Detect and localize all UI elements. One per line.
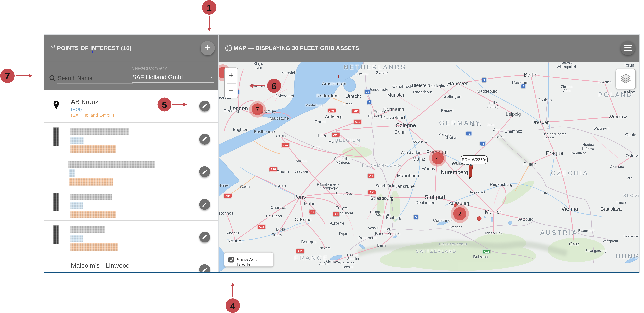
redacted-company	[70, 243, 118, 251]
app: POINTS OF INTEREST (16) + Selected Compa…	[0, 0, 644, 313]
globe-icon	[224, 44, 233, 52]
redacted-company	[70, 211, 116, 218]
hamburger-menu-button[interactable]	[621, 41, 635, 55]
redacted-type	[70, 235, 83, 242]
cursor-artifact	[92, 51, 93, 53]
poi-panel-header: POINTS OF INTEREST (16) +	[44, 35, 219, 62]
svg-text:1: 1	[207, 3, 212, 13]
poi-list-item[interactable]: AB Kreuz(POI)(SAF Holland GmbH)	[44, 90, 219, 123]
redacted-name	[70, 226, 105, 233]
layers-icon	[620, 73, 632, 84]
edit-poi-button[interactable]	[199, 101, 210, 111]
edit-poi-button[interactable]	[199, 264, 210, 272]
annotation-4: 4	[226, 282, 240, 313]
poi-list-item[interactable]	[44, 123, 219, 155]
redacted-type	[69, 169, 75, 177]
poi-type: (POI)	[71, 107, 82, 112]
asset-dot-marker[interactable]	[477, 216, 482, 221]
asset-cluster-count: 4	[432, 152, 444, 164]
poi-panel: POINTS OF INTEREST (16) + Selected Compa…	[44, 35, 219, 272]
redacted-company	[70, 145, 116, 153]
poi-name: Malcolm's - Linwood	[71, 262, 130, 269]
basemap-art	[219, 62, 640, 272]
asset-cluster-count: 2	[453, 207, 466, 220]
edit-poi-button[interactable]	[199, 166, 210, 177]
redacted-type	[70, 137, 84, 144]
map-title: MAP — DISPLAYING 30 FLEET GRID ASSETS	[234, 45, 359, 52]
edit-poi-button[interactable]	[199, 231, 210, 242]
asset-cluster-marker[interactable]: 2	[451, 205, 469, 223]
map-panel: MAP — DISPLAYING 30 FLEET GRID ASSETS	[219, 35, 640, 272]
add-poi-button[interactable]: +	[200, 41, 215, 55]
annotation-1: 1	[202, 0, 216, 31]
edit-poi-button[interactable]	[199, 133, 210, 144]
checkmark-icon	[229, 258, 234, 261]
redacted-name	[68, 161, 155, 168]
chevron-down-icon: ▼	[210, 76, 213, 79]
poi-list-item[interactable]	[44, 155, 219, 188]
asset-cluster-marker[interactable]: 7	[249, 101, 266, 117]
redacted-pin-icon	[53, 128, 59, 146]
pin-outline-icon	[50, 44, 56, 53]
svg-text:4: 4	[230, 301, 235, 311]
poi-search-bar: Selected Company SAF Holland GmbH ▼	[44, 62, 219, 90]
redacted-pin-icon	[53, 193, 59, 211]
asset-label-tooltip: ERH-W2369*	[460, 155, 488, 164]
redacted-type	[70, 202, 83, 209]
show-asset-labels-checkbox[interactable]	[228, 257, 234, 262]
asset-dot-marker[interactable]	[454, 203, 457, 207]
search-input[interactable]	[57, 73, 133, 84]
asset-cluster-marker[interactable]: 4	[429, 150, 446, 167]
company-select-value: SAF Holland GmbH	[132, 74, 186, 81]
poi-company: (SAF Holland GmbH)	[71, 112, 114, 118]
zoom-out-button[interactable]: −	[225, 84, 238, 99]
map-header: MAP — DISPLAYING 30 FLEET GRID ASSETS	[219, 35, 640, 62]
poi-list-item[interactable]	[44, 188, 219, 221]
asset-mini-marker[interactable]	[338, 75, 339, 78]
redacted-name	[70, 194, 112, 200]
svg-text:7: 7	[5, 71, 10, 81]
redacted-company	[69, 178, 113, 185]
selected-company-label: Selected Company	[132, 66, 167, 71]
poi-name: AB Kreuz	[71, 98, 98, 105]
edit-poi-button[interactable]	[199, 199, 210, 210]
redacted-pin-icon	[53, 225, 59, 244]
map-canvas[interactable]: King's LynnNorwichCambridgeColchesterLon…	[219, 62, 640, 272]
poi-panel-title: POINTS OF INTEREST (16)	[57, 45, 132, 52]
show-asset-labels-control[interactable]: Show Asset Labels	[224, 252, 274, 267]
company-select[interactable]: SAF Holland GmbH ▼	[132, 72, 214, 83]
layers-control[interactable]	[616, 69, 636, 89]
zoom-in-button[interactable]: +	[225, 68, 238, 83]
asset-cluster-count: 7	[252, 103, 264, 115]
redacted-name	[70, 128, 129, 135]
search-icon	[49, 75, 56, 82]
poi-list-item[interactable]: Malcolm's - Linwood(	[44, 253, 219, 272]
zoom-control: + −	[224, 67, 238, 98]
poi-list: AB Kreuz(POI)(SAF Holland GmbH)Malcolm's…	[44, 90, 219, 272]
panel-bottom-accent	[44, 272, 639, 273]
show-asset-labels-label: Show Asset Labels	[236, 257, 273, 267]
poi-type: (	[71, 270, 72, 272]
annotation-7: 7	[0, 69, 33, 83]
poi-list-item[interactable]	[44, 221, 219, 253]
